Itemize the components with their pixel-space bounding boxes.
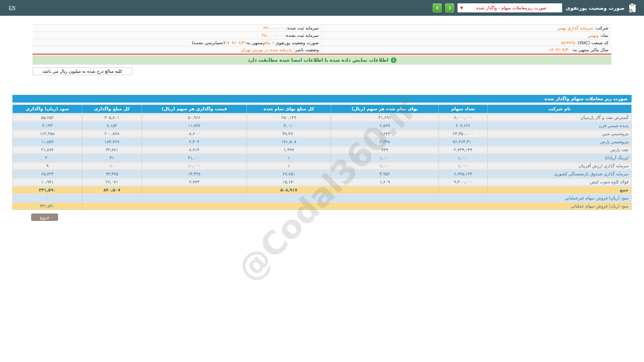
info-label: (حسابرسی نشده) — [192, 40, 225, 45]
cell-summary-value: ۰ — [13, 195, 82, 201]
cell-value: ۱۵,۱۳۰ — [247, 179, 331, 185]
cell-value: ۶۵,۷۲۴ — [13, 171, 82, 177]
cell-company-name: سرمایه گذاري صندوق بازنشستگي کشوري — [487, 171, 631, 177]
cell-company-name: سرمایه گذاري ارزش آفرینان — [487, 163, 631, 169]
cell-value: ۴۱,۶۹۱ — [331, 114, 438, 121]
info-icon: i — [391, 57, 396, 63]
column-header-5: کل مبلغ واگذاری — [82, 105, 142, 113]
cell-value: ۱۷۱,۵۰۸ — [247, 138, 331, 145]
cell-value: ۲۶,۰۷۱ — [82, 179, 142, 185]
table-row: پتروشیمي مبین۲۳,۳۵۰,۰۰۰۱,۶۴۷۳۸,۴۷۰۸,۶۰۰۲… — [12, 130, 632, 137]
info-value: ۱ ماهه — [262, 40, 274, 45]
table-row: سرمایه گذاري ارزش آفرینان۱,۰۰۰۱,۰۰۰۱۱۰,۰… — [12, 162, 632, 170]
cell-value: ۷۲۹ — [331, 146, 438, 153]
cell-value: ۳,۱۴۳ — [13, 122, 82, 129]
cell-value: ۱,۹۹۷ — [247, 146, 331, 153]
info-label: منتهی به — [247, 40, 263, 45]
signature-match-text: اطلاعات نمایش داده شده با اطلاعات امضا ش… — [248, 57, 388, 63]
cell-value: ۸,۷۱۴ — [142, 146, 247, 153]
cell-value: ۹,۴۰۰,۰۰۰ — [438, 179, 487, 185]
cell-value: ۵۰,۹۶۶ — [142, 114, 247, 121]
cell-value: ۴,۰۱۰ — [247, 122, 331, 129]
column-header-6: سود (زیان) واگذاری — [13, 105, 82, 113]
cell-value: ۳۰ — [13, 155, 82, 161]
cell-value: ۹ — [13, 163, 82, 169]
table-row: پتروشیمي پارس۷۶,۲۶۳,۴۱۰۲,۲۴۸۱۷۱,۵۰۸۲,۴۰۴… — [12, 138, 632, 145]
info-row: کد صنعت (ISIC): ۵۶۹۹۲۵ — [322, 39, 611, 47]
cell-value: ۱۱,۷۷۲ — [142, 122, 247, 129]
cell-value: ۶,۹۹۵,۱۴۳ — [438, 171, 487, 177]
cell-summary-value: ۳۳۱,۵۹۰ — [13, 203, 82, 209]
cell-value: ۱۰,۹۴۱ — [13, 179, 82, 185]
prev-report-button[interactable] — [433, 3, 442, 12]
info-row: سرمایه ثبت شده: ۲۲,۰۰۰,۰۰۰ — [33, 24, 322, 32]
cell-value: ۱۰,۰۰۰ — [142, 163, 247, 169]
cell-company-name: پتروشیمي مبین — [487, 130, 631, 137]
chevron-down-icon: ▼ — [460, 6, 463, 10]
info-row: سال مالی منتهی به: ۱۴۰۴/۰۹/۳۰ — [322, 46, 611, 54]
cell-company-name: نفت پارس — [487, 146, 631, 153]
cell-value: ۲۳,۳۵۰,۰۰۰ — [438, 130, 487, 137]
cell-summary-label: سود (زیان) فروش سهام غیرعملیاتی — [82, 195, 631, 201]
info-value: ۵۶۹۹۲۵ — [561, 40, 575, 45]
cell-value: ۱,۰۰۰ — [331, 155, 438, 161]
column-header-0: نام شرکت — [487, 105, 631, 113]
report-section-dropdown[interactable]: صورت ریزمعاملات سهام - واگذار شده ▼ — [458, 3, 562, 12]
signature-match-banner: i اطلاعات نمایش داده شده با اطلاعات امضا… — [33, 55, 611, 65]
info-value: پذیرفته شده در بورس تهران — [241, 47, 292, 52]
cell-value: ۲۰۰,۸۲۸ — [82, 130, 142, 137]
cell-value: ۶,۰۰۰,۰۰۰ — [438, 114, 487, 121]
table-body: گسترش نفت و گاز پارسیان۶,۰۰۰,۰۰۰۴۱,۶۹۱۲۵… — [12, 114, 632, 210]
table-row: فولاد کاوه جنوب کیش۹,۴۰۰,۰۰۰۱,۶۰۹۱۵,۱۳۰۲… — [12, 178, 632, 186]
language-toggle-en[interactable]: EN — [9, 5, 15, 11]
cell-value: ۱ — [247, 163, 331, 169]
cell-value: ۱,۶۰۹ — [331, 179, 438, 185]
info-row: شرکت: سرمایه گذاري بهمن — [322, 24, 611, 32]
table-header-row: نام شرکتتعداد سهامبهای تمام شده هر سهم (… — [12, 105, 632, 113]
column-header-4: قیمت واگذاری هر سهم (ریال) — [142, 105, 247, 113]
column-header-3: کل مبلغ بهای تمام شده — [247, 105, 331, 113]
stock-transactions-table: صورت ریز معاملات سهام واگذار شده نام شرک… — [12, 95, 632, 221]
chevron-left-icon — [435, 6, 440, 10]
cell-value: ۱۸۳,۳۶۷ — [82, 138, 142, 145]
company-info-right-column: شرکت: سرمایه گذاري بهمننماد: وبهمنکد صنع… — [322, 24, 611, 54]
cell-value: ۱ — [247, 155, 331, 161]
info-value: سرمایه گذاري بهمن — [557, 25, 593, 31]
cell-value: ۱۰ — [82, 163, 142, 169]
table-total-row: جمع۵۰۸,۹۱۷۸۴۰,۵۰۷۳۳۱,۵۹۰ — [12, 186, 632, 194]
cell-value: ۲,۷۳۹,۱۳۹ — [438, 146, 487, 153]
cell-value: ۷,۱۵۳ — [82, 122, 142, 129]
info-label: شرکت: — [593, 25, 608, 31]
info-value: ۲۲,۰۰۰,۰۰۰ — [263, 25, 285, 31]
cell-value: ۳۰۵,۸۰۱ — [82, 114, 142, 121]
cell-value: ۲,۲۴۸ — [331, 138, 438, 145]
cell-total-value: ۳۳۱,۵۹۰ — [13, 187, 82, 193]
cell-value: ۳۱ — [82, 155, 142, 161]
cell-value: ۲۷,۶۵۱ — [247, 171, 331, 177]
cell-total-value: ۵۰۸,۹۱۷ — [247, 187, 331, 193]
info-row: نماد: وبهمن — [322, 32, 611, 39]
table-row: پدیده شیمي قرن۶۰۷,۶۲۶۶,۵۹۹۴,۰۱۰۱۱,۷۷۲۷,۱… — [12, 122, 632, 129]
cell-value: ۱,۶۴۷ — [331, 130, 438, 137]
cell-value: ۱,۰۰۰ — [331, 163, 438, 169]
cell-value: ۳۸,۴۷۰ — [247, 130, 331, 137]
next-report-button[interactable] — [445, 3, 454, 12]
portfolio-clipboard-icon — [628, 3, 637, 13]
table-row: نفت پارس۲,۷۳۹,۱۳۹۷۲۹۱,۹۹۷۸,۷۱۴۲۳,۸۷۱۲۱,۸… — [12, 146, 632, 154]
cell-total-label: جمع — [487, 187, 631, 193]
cell-summary-label: سود (زیان) فروش سهام عملیاتی — [82, 203, 631, 209]
company-info-left-column: سرمایه ثبت شده: ۲۲,۰۰۰,۰۰۰سرمایه ثبت نشد… — [33, 24, 322, 54]
info-label: وضعیت ناشر: — [292, 47, 319, 52]
table-row: لیزینگ آریادانا۱,۰۰۰۱,۰۰۰۱۳۱,۰۰۰۳۱۳۰ — [12, 154, 632, 162]
cell-value: ۱۱,۸۵۹ — [13, 138, 82, 145]
exit-button[interactable]: خروج — [31, 214, 58, 221]
cell-value: ۲,۷۷۳ — [142, 179, 247, 185]
cell-value: ۱۶۲,۳۵۸ — [13, 130, 82, 137]
cell-value: ۶۰۷,۶۲۶ — [438, 122, 487, 129]
company-info-panel: شرکت: سرمایه گذاري بهمننماد: وبهمنکد صنع… — [33, 24, 611, 55]
cell-total-value — [331, 187, 438, 193]
cell-value: ۲۳,۸۷۱ — [82, 146, 142, 153]
cell-company-name: پدیده شیمي قرن — [487, 122, 631, 129]
cell-total-value — [438, 187, 487, 193]
table-summary-row: سود (زیان) فروش سهام غیرعملیاتی۰ — [12, 194, 632, 202]
